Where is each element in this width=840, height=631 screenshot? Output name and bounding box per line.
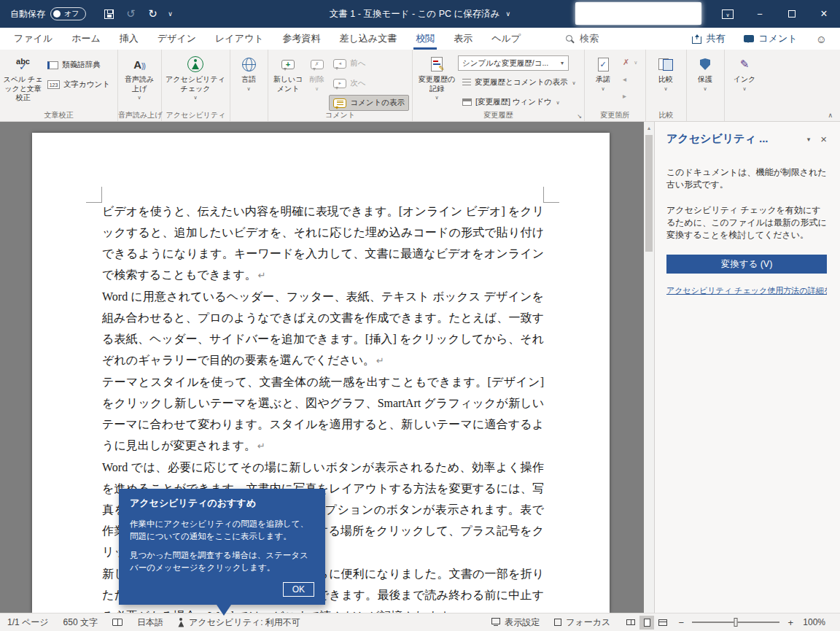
tab-mailings[interactable]: 差し込み文書 [330,28,407,50]
new-comment-button[interactable]: + 新しいコメント [271,52,305,112]
ribbon-display-options-button[interactable]: ∨ [712,0,744,28]
search-control[interactable]: 検索 [565,28,599,50]
ribbon-group-accessibility: アクセシビリティ チェック ∨ アクセシビリティ [162,50,230,121]
scrollbar-thumb[interactable] [645,135,653,252]
markup-view-select[interactable]: シンプルな変更履歴/コ... ▾ [458,55,569,71]
dropdown-chevron-icon: ∨ [572,80,575,85]
show-markup-button[interactable]: 変更履歴とコメントの表示 ∨ [458,74,580,90]
group-label-speech: 音声読み上げ [118,110,161,120]
pane-intro-text: このドキュメントは、機能が制限された古い形式です。 [666,166,827,191]
new-comment-icon: + [281,60,295,69]
page-indicator[interactable]: 1/1 ページ [0,613,56,631]
zoom-in-button[interactable]: + [785,617,796,628]
pane-close-icon[interactable]: × [820,133,827,145]
group-label-tracking: 変更履歴 [413,110,584,120]
dropdown-chevron-icon: ∨ [137,95,141,100]
zoom-level[interactable]: 100% [796,613,833,631]
display-settings-button[interactable]: 表示設定 [484,613,547,631]
previous-change-icon: ◂ [623,75,626,83]
ribbon-tab-bar: ファイル ホーム 挿入 デザイン レイアウト 参考資料 差し込み文書 校閲 表示… [0,28,840,50]
tab-layout[interactable]: レイアウト [206,28,273,50]
word-count-indicator[interactable]: 650 文字 [56,613,105,631]
tab-design[interactable]: デザイン [148,28,206,50]
spell-check-button[interactable]: abc✓ スペル チェックと文章校正 [3,52,43,112]
tab-review[interactable]: 校閲 [406,28,444,50]
word-count-button[interactable]: 123 文字カウント [43,77,114,93]
share-button[interactable]: 共有 [684,29,733,48]
pen-icon: ✎ [740,58,750,71]
paragraph[interactable]: テーマとスタイルを使って、文書全体の統一感を出すこともできます。[デザイン] を… [102,371,544,457]
accept-changes-icon: ✓ [598,58,609,71]
maximize-button[interactable] [776,0,808,28]
combo-dropdown-icon[interactable]: ▾ [556,60,568,66]
thesaurus-icon [47,61,58,69]
accessibility-teaching-callout: アクセシビリティのおすすめ 作業中にアクセシビリティの問題を追跡して、問題につい… [119,489,325,605]
delete-comment-button[interactable]: ✗ 削除 ∨ [305,52,329,112]
minimize-icon: − [757,9,763,20]
maximize-icon [788,10,796,18]
web-layout-button[interactable] [656,616,670,630]
next-comment-button[interactable]: ▸ 次へ [329,75,409,91]
accept-changes-button[interactable]: ✓ 承諾 ∨ [588,52,618,112]
read-mode-button[interactable] [623,616,638,630]
tab-help[interactable]: ヘルプ [482,28,530,50]
ribbon-group-speech: A)) 音声読み上げ ∨ 音声読み上げ [118,50,162,121]
previous-change-button[interactable]: ◂ [618,72,642,85]
tab-file[interactable]: ファイル [4,28,62,50]
dialog-launcher-icon[interactable]: ↘ [577,113,582,120]
thesaurus-button[interactable]: 類義語辞典 [43,57,114,73]
collapse-ribbon-button[interactable]: ∧ [828,112,833,119]
vertical-scrollbar[interactable]: ▴ [644,122,654,613]
redo-button[interactable]: ↻ [141,0,163,28]
customize-qat-button[interactable]: ∨ [163,0,176,28]
show-comments-button[interactable]: コメントの表示 [329,95,409,111]
zoom-slider[interactable] [692,622,779,623]
comments-button[interactable]: コメント [736,29,805,48]
read-aloud-button[interactable]: A)) 音声読み上げ ∨ [121,52,158,112]
close-button[interactable]: × [808,0,840,28]
reviewing-pane-button[interactable]: [変更履歴] ウィンドウ ∨ [458,94,580,110]
tab-view[interactable]: 表示 [444,28,482,50]
tab-insert[interactable]: 挿入 [110,28,148,50]
accessibility-check-button[interactable]: アクセシビリティ チェック ∨ [165,52,226,112]
zoom-slider-thumb[interactable] [734,618,738,627]
ink-button[interactable]: ✎ インク ∨ [728,52,761,112]
zoom-out-button[interactable]: − [676,617,686,628]
paragraph[interactable]: Word に用意されているヘッダー、フッター、表紙、テキスト ボックス デザイン… [102,286,544,371]
dropdown-chevron-icon: ∨ [315,86,319,91]
ok-button[interactable]: OK [283,582,314,597]
compare-button[interactable]: 比較 ∨ [649,52,682,112]
scroll-up-icon[interactable]: ▴ [644,122,654,131]
shield-icon [700,58,710,70]
reject-changes-button[interactable]: ✗ ∨ [618,55,642,69]
track-changes-button[interactable]: ✎ 変更履歴の記録 ∨ [416,52,458,112]
paragraph[interactable]: ビデオを使うと、伝えたい内容を明確に表現できます。[オンライン ビデオ] をクリ… [102,201,544,286]
language-button[interactable]: 言語 ∨ [233,52,264,112]
minimize-button[interactable]: − [744,0,776,28]
print-layout-button[interactable] [639,616,654,630]
tab-home[interactable]: ホーム [62,28,110,50]
accessibility-details-link[interactable]: アクセシビリティ チェック使用方法の詳細を見る [666,285,827,296]
save-button[interactable] [98,0,120,28]
language-indicator[interactable]: 日本語 [130,613,171,631]
reject-changes-icon: ✗ [623,58,629,67]
focus-button[interactable]: フォーカス [547,613,618,631]
feedback-button[interactable]: ☺ [809,33,834,45]
document-canvas[interactable]: ビデオを使うと、伝えたい内容を明確に表現できます。[オンライン ビデオ] をクリ… [0,122,654,613]
autosave-toggle[interactable]: オフ [50,7,86,20]
account-area-redacted[interactable] [575,2,701,25]
next-change-button[interactable]: ▸ [618,89,642,102]
undo-button[interactable]: ↺ [120,0,141,28]
accessibility-status[interactable]: アクセシビリティ: 利用不可 [171,613,308,631]
tab-references[interactable]: 参考資料 [273,28,330,50]
proofing-status-button[interactable] [105,613,130,631]
pane-menu-chevron-icon[interactable]: ▾ [803,136,821,143]
autosave-control[interactable]: 自動保存 オフ [0,7,93,20]
protect-button[interactable]: 保護 ∨ [690,52,720,112]
dropdown-chevron-icon: ∨ [703,86,707,91]
previous-comment-button[interactable]: ◂ 前へ [329,55,409,71]
document-title-text: 文書 1 - 互換モード - この PC に保存済み [330,8,500,20]
convert-button[interactable]: 変換する (V) [666,255,827,274]
word-count-icon: 123 [47,80,60,89]
dropdown-chevron-icon: ∨ [435,95,438,100]
